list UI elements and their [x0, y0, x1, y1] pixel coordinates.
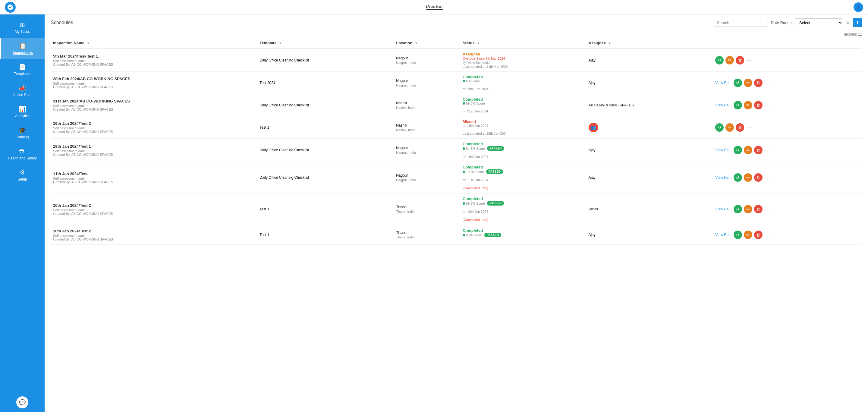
inspection-creator: Created By: AB CO-WORKING SPACES: [53, 153, 255, 156]
edit-button[interactable]: ✏: [744, 79, 752, 87]
app-logo[interactable]: [5, 2, 16, 13]
status-label: Completed: [463, 228, 483, 233]
col-assignee[interactable]: Assignee ▼: [586, 38, 713, 49]
sidebar-item-my-tasks[interactable]: ⊞ My Tasks: [0, 17, 44, 38]
edit-button[interactable]: ✏: [725, 56, 734, 64]
assign-button[interactable]: ↺: [734, 173, 742, 182]
cell-location: Nagpur Nagpur, India: [394, 72, 460, 94]
location-full: Nashik, India: [396, 128, 458, 132]
action-plan-icon: 📣: [19, 85, 26, 92]
col-template[interactable]: Template ▼: [257, 38, 394, 49]
edit-button[interactable]: ✏: [744, 146, 752, 154]
view-report-link[interactable]: View Re...: [715, 176, 732, 180]
sidebar-item-label: Health and Safety: [8, 156, 36, 160]
delete-button[interactable]: 🗑: [754, 205, 763, 213]
chat-button[interactable]: 💬: [16, 396, 28, 408]
inspection-sub: Self assessment audit: [53, 234, 255, 237]
cell-inspection-name: 19th Jan 2024/Test 1 Self assessment aud…: [51, 139, 257, 162]
col-inspection-name[interactable]: Inspection Name ▼: [51, 38, 257, 49]
more-button[interactable]: ⋯: [764, 147, 770, 153]
sidebar-item-analytics[interactable]: 📊 Analytics: [0, 101, 44, 122]
score-detail: 89.3% Score: [463, 102, 584, 105]
location-city: Nashik: [396, 101, 458, 105]
col-location[interactable]: Location ▼: [394, 38, 460, 49]
sidebar-item-templates[interactable]: 📄 Templates: [0, 59, 44, 80]
view-report-link[interactable]: View Re...: [715, 148, 732, 152]
delete-button[interactable]: 🗑: [736, 123, 744, 132]
inspection-creator: Created By: AB CO-WORKING SPACES: [53, 237, 255, 241]
delete-button[interactable]: 🗑: [754, 101, 763, 109]
more-button[interactable]: ⋯: [764, 231, 770, 238]
date-range-label: Date Range: [771, 21, 792, 25]
table-row: 19th Jan 2024/Test 1 Self assessment aud…: [51, 139, 862, 162]
sidebar-item-training[interactable]: 🎓 Training: [0, 122, 44, 144]
search-input[interactable]: [714, 19, 768, 27]
completed-late-label: (Completed Late): [463, 186, 488, 190]
more-button[interactable]: ⋯: [746, 57, 751, 64]
sidebar-item-setup[interactable]: ⚙ Setup: [0, 164, 44, 186]
delete-button[interactable]: 🗑: [754, 230, 763, 239]
sidebar-item-inspections[interactable]: 📋 Inspections: [0, 38, 44, 59]
assign-button[interactable]: ↺: [734, 205, 742, 213]
view-report-link[interactable]: View Re...: [715, 233, 732, 237]
user-avatar[interactable]: 👤: [854, 2, 863, 12]
delete-button[interactable]: 🗑: [754, 79, 763, 87]
assignee-name: Ajay: [589, 148, 595, 152]
cell-status: Completed 69.6% Score PASSEDon 10th Jan …: [460, 193, 586, 225]
delete-button[interactable]: 🗑: [754, 173, 763, 182]
view-report-link[interactable]: View Re...: [715, 103, 732, 107]
col-actions: [713, 38, 862, 49]
col-status[interactable]: Status ▼: [460, 38, 586, 49]
more-button[interactable]: ⋯: [764, 102, 770, 108]
status-label: Completed: [463, 196, 483, 201]
edit-button[interactable]: ✏: [725, 123, 734, 132]
template-name: Daily Office Cleaning Checklist: [259, 148, 309, 152]
view-schedule-link[interactable]: 🕐 View Schedule: [463, 61, 490, 64]
edit-button[interactable]: ✏: [744, 230, 752, 239]
inspection-sub: Self assessment audit: [53, 149, 255, 153]
inspections-table: Inspection Name ▼ Template ▼ Location ▼ …: [51, 38, 862, 245]
cell-assignee: Ajay: [586, 72, 713, 94]
date-detail: on 10th Jan 2024: [463, 210, 584, 213]
last-updated: Last updated at 19th Jan 2024: [463, 132, 584, 135]
sidebar-item-action-plan[interactable]: 📣 Action Plan: [0, 80, 44, 101]
score-dot: [463, 80, 465, 82]
view-report-link[interactable]: View Re...: [715, 81, 732, 85]
passed-badge: PASSED: [484, 233, 501, 237]
inspection-name: 28th Feb 2024/AB CO-WORKING SPACES: [53, 76, 255, 81]
date-range-select[interactable]: Select: [795, 19, 843, 27]
more-button[interactable]: ⋯: [746, 124, 751, 131]
more-button[interactable]: ⋯: [764, 206, 770, 213]
clear-button[interactable]: ✕: [846, 20, 850, 26]
more-button[interactable]: ⋯: [764, 80, 770, 86]
sidebar-item-label: Analytics: [15, 114, 30, 118]
main-content: Schedules Date Range Select ✕ ⬇ Records:…: [44, 14, 868, 412]
edit-button[interactable]: ✏: [744, 173, 752, 182]
assign-button[interactable]: ↺: [715, 56, 724, 64]
cell-template: Test 1: [257, 116, 394, 139]
status-label: Missed: [463, 119, 476, 124]
edit-button[interactable]: ✏: [744, 205, 752, 213]
cell-status: Completed NA Scoreon 28th Feb 2024: [460, 72, 586, 94]
assign-button[interactable]: ↺: [734, 101, 742, 109]
assign-button[interactable]: ↺: [715, 123, 724, 132]
assign-button[interactable]: ↺: [734, 146, 742, 154]
edit-button[interactable]: ✏: [744, 101, 752, 109]
more-button[interactable]: ⋯: [764, 174, 770, 181]
assignee-name: Ajay: [589, 58, 595, 62]
score-detail: 80% Score PASSED: [463, 233, 584, 237]
view-report-link[interactable]: View Re...: [715, 207, 732, 211]
assign-button[interactable]: ↺: [734, 79, 742, 87]
template-name: Test 2024: [259, 81, 275, 85]
assign-button[interactable]: ↺: [734, 230, 742, 239]
sidebar-item-health-safety[interactable]: ⛑ Health and Safety: [0, 144, 44, 164]
score-detail: 64.5% Score PASSED: [463, 146, 584, 151]
cell-inspection-name: 19th Jan 2024/Test 2 Self assessment aud…: [51, 116, 257, 139]
delete-button[interactable]: 🗑: [754, 146, 763, 154]
delete-button[interactable]: 🗑: [736, 56, 744, 64]
inspection-sub: Self assessment audit: [53, 126, 255, 130]
cell-assignee: Ajay: [586, 139, 713, 162]
inspection-name: 5th Mar 2024/Task test 1.: [53, 54, 255, 59]
download-button[interactable]: ⬇: [853, 18, 862, 27]
assignee-name: Ajay: [589, 176, 595, 180]
